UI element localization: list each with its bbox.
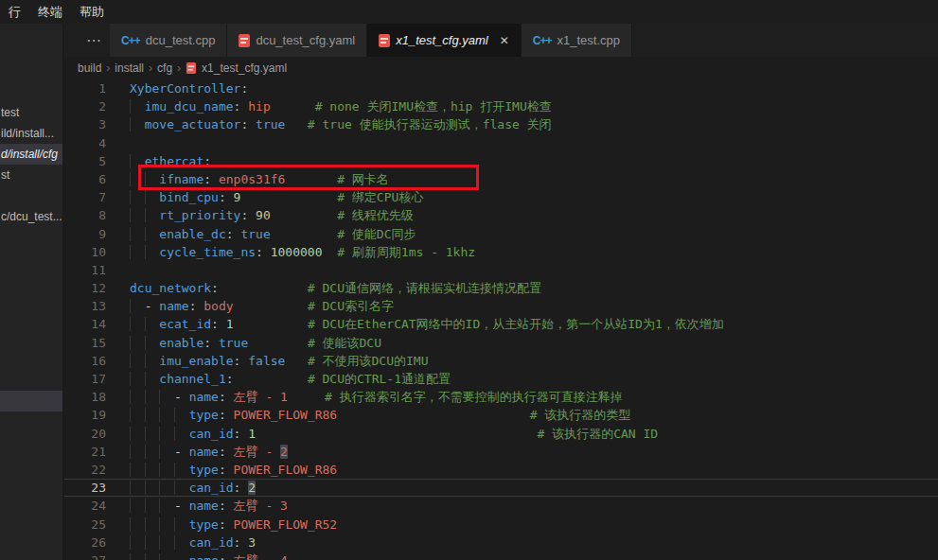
token: cycle_time_ns — [159, 245, 256, 259]
code-line[interactable]: 1XyberController: — [64, 79, 938, 97]
token: bind_cpu — [159, 190, 219, 204]
code-line[interactable]: 2 imu_dcu_name: hip # none 关闭IMU检查，hip 打… — [64, 97, 938, 115]
code-line[interactable]: 22 type: POWER_FLOW_R86 — [64, 461, 938, 479]
code-line[interactable]: 17 channel_1: # DCU的CTRL-1通道配置 — [64, 370, 938, 388]
code-line[interactable]: 24 - name: 左臂 - 3 — [64, 497, 938, 515]
token — [130, 535, 189, 550]
code-line[interactable]: 25 type: POWER_FLOW_R52 — [64, 516, 938, 534]
token: # 执行器索引名字，不需要控制的执行器可直接注释掉 — [325, 390, 623, 404]
code-line[interactable]: 14 ecat_id: 1 # DCU在EtherCAT网络中的ID，从主站开始… — [64, 315, 938, 333]
code-line[interactable]: 23 can_id: 2 — [64, 479, 938, 497]
sidebar-item[interactable]: d/install/cfg — [0, 144, 63, 165]
sidebar-empty-highlight-row[interactable] — [0, 391, 63, 411]
code-line[interactable]: 18 - name: 左臂 - 1 # 执行器索引名字，不需要控制的执行器可直接… — [64, 388, 938, 406]
code-line[interactable]: 10 cycle_time_ns: 1000000 # 刷新周期1ms - 1k… — [64, 243, 938, 261]
line-number: 12 — [64, 279, 106, 297]
token: type — [189, 517, 219, 532]
tab-x1_test_cfg.yaml[interactable]: x1_test_cfg.yaml✕ — [367, 24, 522, 57]
token: # 线程优先级 — [337, 208, 414, 222]
code-line[interactable]: 7 bind_cpu: 9 # 绑定CPU核心 — [64, 188, 938, 206]
sidebar-item[interactable]: st — [0, 165, 63, 185]
breadcrumb-segment[interactable]: build — [78, 61, 101, 75]
code-line[interactable]: 9 enable_dc: true # 使能DC同步 — [64, 225, 938, 243]
token — [248, 208, 256, 222]
code-line-text: dcu_network: # DCU通信网络，请根据实机连接情况配置 — [106, 279, 938, 297]
code-line[interactable]: 20 can_id: 1 # 该执行器的CAN ID — [64, 425, 938, 443]
breadcrumb-separator-icon: › — [149, 61, 152, 75]
menu-item-终端[interactable]: 终端 — [29, 0, 71, 24]
token — [263, 245, 271, 259]
sidebar-item[interactable]: c/dcu_test... — [0, 206, 63, 227]
token: - — [174, 499, 189, 513]
sidebar-item[interactable]: ild/install... — [0, 123, 63, 144]
code-line-text: - name: 左臂 - 4 — [106, 551, 938, 560]
token: XyberController — [130, 81, 240, 96]
line-number: 11 — [64, 261, 106, 279]
token: enable — [159, 336, 204, 350]
line-number: 7 — [64, 188, 106, 206]
token: - — [174, 553, 189, 560]
token: : — [219, 390, 226, 404]
code-line[interactable]: 13 - name: body # DCU索引名字 — [64, 297, 938, 315]
code-line[interactable]: 3 move_actuator: true # true 使能执行器运动测试，f… — [64, 115, 938, 133]
code-line[interactable]: 27 - name: 左臂 - 4 — [64, 551, 938, 560]
code-line[interactable]: 19 type: POWER_FLOW_R86 # 该执行器的类型 — [64, 406, 938, 424]
token: name — [159, 299, 188, 313]
sidebar-item[interactable] — [0, 185, 63, 206]
code-line[interactable]: 6 ifname: enp0s31f6 # 网卡名 — [64, 170, 938, 188]
sidebar-item[interactable]: test — [0, 102, 63, 123]
token: enable_dc — [159, 227, 225, 241]
tab-dcu_test_cfg.yaml[interactable]: dcu_test_cfg.yaml — [227, 24, 367, 57]
code-line[interactable]: 11 — [64, 261, 938, 279]
line-number: 6 — [64, 170, 106, 188]
token: 左臂 - 4 — [234, 553, 288, 560]
token: 左臂 - — [234, 445, 280, 459]
code-line[interactable]: 5 ethercat: — [64, 152, 938, 170]
token: # 绑定CPU核心 — [337, 190, 423, 204]
menu-item-行[interactable]: 行 — [0, 0, 29, 24]
code-line[interactable]: 16 imu_enable: false # 不使用该DCU的IMU — [64, 352, 938, 370]
breadcrumb-file[interactable]: x1_test_cfg.yaml — [202, 61, 287, 75]
code-line[interactable]: 26 can_id: 3 — [64, 534, 938, 551]
tab-x1_test.cpp[interactable]: C++x1_test.cpp — [522, 24, 632, 57]
token: # 该执行器的CAN ID — [538, 427, 659, 441]
token — [234, 317, 308, 331]
token: 1000000 — [271, 245, 323, 259]
close-icon[interactable]: ✕ — [500, 34, 509, 47]
token: # DCU通信网络，请根据实机连接情况配置 — [308, 281, 541, 295]
token — [323, 245, 338, 259]
code-line[interactable]: 12dcu_network: # DCU通信网络，请根据实机连接情况配置 — [64, 279, 938, 297]
token: dcu_network — [130, 281, 211, 295]
line-number: 23 — [64, 479, 106, 497]
breadcrumb-segment[interactable]: cfg — [157, 61, 172, 75]
vscode-window: 行终端帮助 testild/install...d/install/cfgstc… — [0, 0, 938, 560]
menu-item-帮助[interactable]: 帮助 — [71, 0, 113, 24]
code-line-text: - name: body # DCU索引名字 — [106, 297, 938, 315]
code-line[interactable]: 4 — [64, 134, 938, 152]
token — [130, 499, 174, 513]
code-line[interactable]: 21 - name: 左臂 - 2 — [64, 443, 938, 461]
line-number: 9 — [64, 225, 106, 243]
token — [130, 299, 145, 313]
code-editor[interactable]: 1XyberController:2 imu_dcu_name: hip # n… — [64, 79, 938, 560]
token: : — [211, 281, 219, 295]
token: enp0s31f6 — [219, 172, 285, 186]
token — [211, 172, 219, 186]
token — [130, 390, 174, 404]
token: : — [219, 553, 226, 560]
token — [130, 154, 145, 168]
token: : — [219, 517, 226, 532]
code-line[interactable]: 8 rt_priority: 90 # 线程优先级 — [64, 206, 938, 224]
tab-dcu_test.cpp[interactable]: C++dcu_test.cpp — [110, 24, 227, 57]
token — [248, 336, 308, 350]
line-number: 26 — [64, 534, 106, 551]
code-line-text: ethercat: — [106, 152, 938, 170]
token — [130, 427, 189, 441]
code-line-text: - name: 左臂 - 2 — [106, 443, 938, 461]
token — [226, 463, 234, 477]
breadcrumb-segment[interactable]: install — [115, 61, 144, 75]
token — [234, 299, 308, 313]
more-actions-button[interactable]: ⋯ — [78, 24, 110, 57]
code-line[interactable]: 15 enable: true # 使能该DCU — [64, 334, 938, 352]
line-number: 17 — [64, 370, 106, 388]
